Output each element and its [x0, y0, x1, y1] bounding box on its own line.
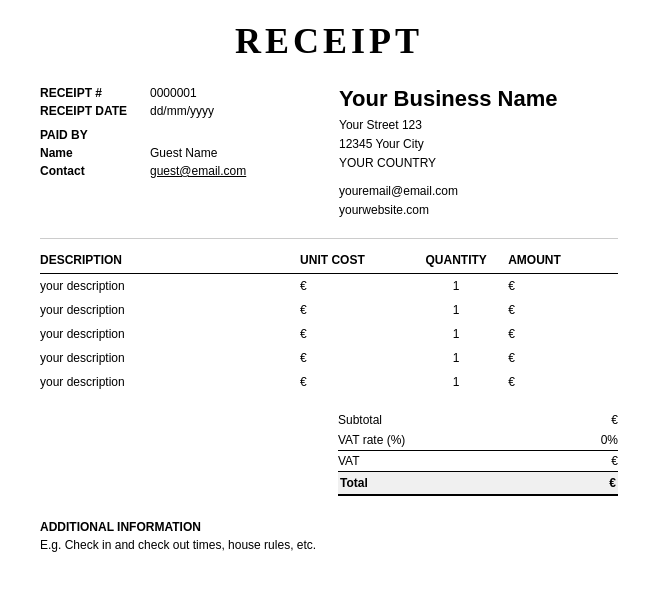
additional-section: ADDITIONAL INFORMATION E.g. Check in and… — [40, 520, 618, 552]
subtotal-value: € — [611, 413, 618, 427]
header-amount: AMOUNT — [508, 253, 618, 267]
row-unit-cost: € — [300, 279, 404, 293]
business-email: youremail@email.com — [339, 182, 618, 201]
business-street: Your Street 123 — [339, 116, 618, 135]
receipt-number-label: RECEIPT # — [40, 86, 150, 100]
receipt-date-row: RECEIPT DATE dd/mm/yyyy — [40, 104, 329, 118]
row-description: your description — [40, 351, 300, 365]
business-country: YOUR COUNTRY — [339, 154, 618, 173]
row-description: your description — [40, 303, 300, 317]
totals-table: Subtotal € VAT rate (%) 0% VAT € Total € — [338, 410, 618, 496]
header-unit-cost: UNIT COST — [300, 253, 404, 267]
row-description: your description — [40, 327, 300, 341]
totals-section: Subtotal € VAT rate (%) 0% VAT € Total € — [40, 410, 618, 496]
total-label: Total — [340, 476, 368, 490]
row-quantity: 1 — [404, 351, 508, 365]
row-amount: € — [508, 327, 618, 341]
row-quantity: 1 — [404, 303, 508, 317]
contact-row: Contact guest@email.com — [40, 164, 329, 178]
total-row: Total € — [338, 471, 618, 496]
row-unit-cost: € — [300, 351, 404, 365]
items-table: DESCRIPTION UNIT COST QUANTITY AMOUNT yo… — [40, 253, 618, 394]
additional-label: ADDITIONAL INFORMATION — [40, 520, 618, 534]
receipt-number-value: 0000001 — [150, 86, 197, 100]
row-quantity: 1 — [404, 279, 508, 293]
header-description: DESCRIPTION — [40, 253, 300, 267]
row-amount: € — [508, 279, 618, 293]
row-unit-cost: € — [300, 375, 404, 389]
subtotal-row: Subtotal € — [338, 410, 618, 430]
vat-label: VAT — [338, 454, 360, 468]
row-unit-cost: € — [300, 303, 404, 317]
receipt-title: RECEIPT — [40, 20, 618, 62]
right-info: Your Business Name Your Street 123 12345… — [329, 86, 618, 220]
table-row: your description € 1 € — [40, 322, 618, 346]
guest-name-row: Name Guest Name — [40, 146, 329, 160]
divider-1 — [40, 238, 618, 239]
subtotal-label: Subtotal — [338, 413, 382, 427]
row-description: your description — [40, 279, 300, 293]
table-row: your description € 1 € — [40, 346, 618, 370]
contact-value[interactable]: guest@email.com — [150, 164, 246, 178]
total-value: € — [609, 476, 616, 490]
vat-rate-row: VAT rate (%) 0% — [338, 430, 618, 450]
business-website: yourwebsite.com — [339, 201, 618, 220]
table-rows: your description € 1 € your description … — [40, 274, 618, 394]
contact-label: Contact — [40, 164, 150, 178]
vat-rate-label: VAT rate (%) — [338, 433, 405, 447]
business-city: 12345 Your City — [339, 135, 618, 154]
left-info: RECEIPT # 0000001 RECEIPT DATE dd/mm/yyy… — [40, 86, 329, 220]
paid-by-section: PAID BY Name Guest Name Contact guest@em… — [40, 128, 329, 178]
table-row: your description € 1 € — [40, 274, 618, 298]
row-quantity: 1 — [404, 327, 508, 341]
vat-rate-value: 0% — [601, 433, 618, 447]
top-section: RECEIPT # 0000001 RECEIPT DATE dd/mm/yyy… — [40, 86, 618, 220]
row-quantity: 1 — [404, 375, 508, 389]
row-unit-cost: € — [300, 327, 404, 341]
receipt-date-value: dd/mm/yyyy — [150, 104, 214, 118]
business-name: Your Business Name — [339, 86, 618, 112]
table-header-row: DESCRIPTION UNIT COST QUANTITY AMOUNT — [40, 253, 618, 274]
vat-value: € — [611, 454, 618, 468]
paid-by-header: PAID BY — [40, 128, 329, 142]
row-amount: € — [508, 303, 618, 317]
receipt-number-row: RECEIPT # 0000001 — [40, 86, 329, 100]
guest-name-label: Name — [40, 146, 150, 160]
table-row: your description € 1 € — [40, 370, 618, 394]
receipt-date-label: RECEIPT DATE — [40, 104, 150, 118]
guest-name-value: Guest Name — [150, 146, 217, 160]
table-row: your description € 1 € — [40, 298, 618, 322]
row-amount: € — [508, 375, 618, 389]
row-amount: € — [508, 351, 618, 365]
vat-row: VAT € — [338, 450, 618, 471]
header-quantity: QUANTITY — [404, 253, 508, 267]
additional-text: E.g. Check in and check out times, house… — [40, 538, 618, 552]
row-description: your description — [40, 375, 300, 389]
